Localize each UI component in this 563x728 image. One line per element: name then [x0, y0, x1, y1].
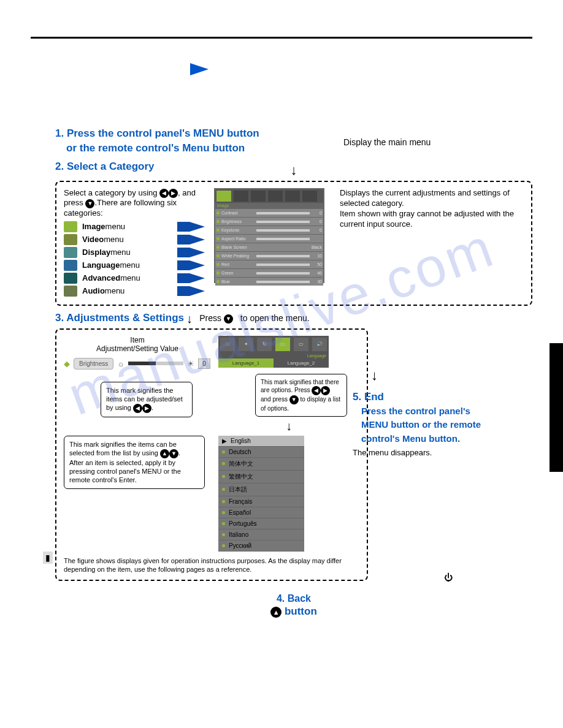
lang-item-selected: ▶English	[218, 436, 304, 447]
list-item: Image menu	[64, 221, 205, 232]
list-item: Display menu	[64, 247, 205, 258]
step4-title: 4. Back	[55, 593, 532, 604]
lang-sub2: Language_2	[274, 358, 329, 368]
step5-disappears: The menu disappears.	[353, 448, 488, 457]
brightness-chip: Brightness	[74, 358, 113, 370]
pointer-icon	[190, 248, 205, 257]
step3-press-a: Press	[199, 313, 224, 323]
list-item: Advanced menu	[64, 273, 205, 284]
item-label: Item	[64, 336, 211, 344]
lang-item: Italiano	[218, 529, 304, 540]
brightness-value: 0	[198, 358, 210, 369]
down-arrow-icon: ▼	[169, 449, 178, 458]
lang-item: Português	[218, 518, 304, 529]
right-arrow-icon: ▶	[142, 404, 151, 413]
adj-value-label: Adjustment/Setting Value	[64, 344, 211, 353]
osd-tab	[234, 191, 248, 202]
lang-item: 简体中文	[218, 458, 304, 471]
sun-high-icon: ☀	[187, 359, 194, 368]
list-item: Language menu	[64, 260, 205, 271]
header-rule	[31, 37, 532, 39]
sun-low-icon: ☼	[117, 359, 124, 368]
pointer-icon	[190, 235, 205, 245]
step3-title: 3. Adjustments & Settings	[55, 312, 184, 324]
down-arrow-icon: ▼	[289, 395, 299, 404]
power-icon: ⏻	[444, 572, 453, 582]
audio-icon	[64, 286, 77, 297]
left-arrow-icon: ◀	[159, 189, 169, 198]
note-adjust: This mark signifies the items can be adj…	[101, 382, 193, 417]
step2-intro-a: Select a category by using	[64, 188, 159, 197]
osd-tab	[251, 191, 266, 202]
lang-item: 日本語	[218, 483, 304, 496]
step5-title: 5. End	[353, 390, 488, 404]
category-list: Image menu Video menu Display menu Langu…	[64, 221, 205, 297]
osd-tab	[285, 191, 300, 202]
step1-caption: Display the main menu	[343, 137, 431, 147]
step1-title-line1: 1. Press the control panel's MENU button	[55, 126, 532, 141]
brightness-bar: ◆ Brightness ☼ ☀ 0	[64, 358, 211, 370]
lang-tab: ✦	[239, 338, 253, 351]
lang-item: Deutsch	[218, 447, 304, 458]
figure-note: The figure shows displays given for oper…	[64, 556, 359, 574]
note-options: This mark signifies that there are optio…	[255, 374, 347, 417]
left-arrow-icon: ◀	[133, 404, 142, 413]
display-icon	[64, 247, 77, 258]
lang-tab: 🔊	[312, 338, 327, 351]
osd-preview: Image Contrast0 Brightness0 Keystone0 As…	[214, 188, 324, 283]
language-icon	[64, 260, 77, 271]
down-select-icon: ▼	[85, 199, 94, 208]
image-icon	[64, 221, 77, 232]
pointer-icon	[190, 222, 205, 232]
down-arrow-icon: ↓	[371, 368, 488, 384]
step4-button-text: button	[282, 605, 317, 617]
right-arrow-icon: ▶	[169, 189, 178, 198]
lang-sub1: Language_1	[218, 358, 274, 368]
lang-item: Français	[218, 496, 304, 507]
left-arrow-icon: ◀	[312, 386, 321, 395]
down-arrow-icon: ↓	[218, 419, 359, 433]
video-icon	[64, 234, 77, 245]
step5-body: Press the control panel's MENU button or…	[353, 404, 488, 446]
down-arrow-icon: ↓	[291, 162, 297, 178]
note-select: This mark signifies the items can be sel…	[64, 436, 205, 489]
osd-tab	[268, 191, 283, 202]
step3-box: Item Adjustment/Setting Value ◆ Brightne…	[55, 328, 368, 582]
lang-tab: ▭	[294, 338, 308, 351]
down-arrow-icon: ▼	[224, 314, 233, 324]
step2-right-text: Displays the current adjustments and set…	[340, 188, 524, 298]
up-arrow-icon: ▲	[160, 449, 169, 458]
step3-press-b: to open the menu.	[238, 313, 310, 323]
osd-tab-image	[216, 191, 231, 202]
osd-tab-label: Image	[215, 203, 323, 208]
pointer-icon	[190, 273, 205, 283]
lang-tab-active: ▭	[275, 338, 290, 351]
lang-item: Español	[218, 507, 304, 518]
brightness-slider	[128, 362, 183, 365]
pointer-icon	[190, 260, 205, 270]
page-marker: ▮	[43, 552, 53, 564]
list-item: Video menu	[64, 234, 205, 245]
intro-arrow-icon	[190, 63, 209, 75]
lang-subtabs: Language_1 Language_2	[218, 358, 329, 368]
lang-tab: ↻	[257, 338, 272, 351]
side-tab	[550, 343, 563, 472]
down-arrow-icon: ↓	[186, 312, 193, 325]
lang-item: 繁體中文	[218, 471, 304, 483]
step1-title-line2: or the remote control's Menu button	[55, 141, 532, 156]
lang-item: Русский	[218, 540, 304, 552]
step2-box: Select a category by using ◀▶, and press…	[55, 181, 532, 305]
pointer-icon	[190, 286, 205, 296]
lang-tab: □	[220, 338, 235, 351]
lang-tabbar: □ ✦ ↻ ▭ ▭ 🔊	[218, 336, 329, 353]
language-list: ▶English Deutsch 简体中文 繁體中文 日本語 Français …	[218, 436, 304, 552]
osd-tab	[302, 191, 317, 202]
right-arrow-icon: ▶	[321, 386, 330, 395]
up-arrow-icon: ▲	[270, 607, 282, 618]
lang-tab-label: Language	[218, 353, 329, 358]
list-item: Audio menu	[64, 286, 205, 297]
advanced-icon	[64, 273, 77, 284]
